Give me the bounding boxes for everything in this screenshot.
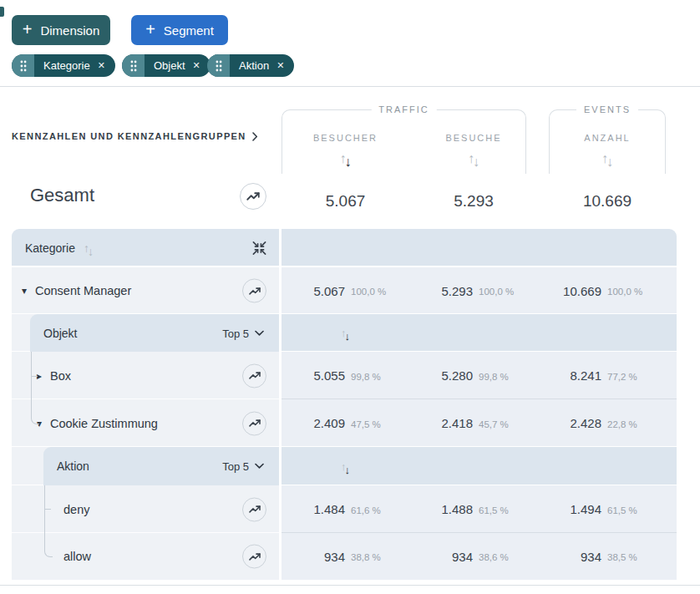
cell-share: 38,6 %	[479, 552, 509, 562]
row-trend-chart-button[interactable]	[242, 411, 266, 435]
edge-chip	[0, 7, 4, 17]
sort-anzahl[interactable]: ↑↓	[538, 152, 677, 165]
cell-share: 99,8 %	[351, 372, 381, 382]
top-n-select[interactable]: Top 5	[222, 327, 264, 339]
cell-value: 2.428	[538, 416, 601, 430]
row-label: Consent Manager	[35, 284, 131, 297]
bottom-divider	[0, 585, 700, 586]
collapse-all-button[interactable]	[251, 241, 267, 256]
trend-icon	[248, 550, 261, 563]
cell-share: 45,7 %	[479, 419, 509, 429]
cell-value: 1.494	[538, 502, 601, 516]
row-allow-data: 93438,8 % 93438,6 % 93438,5 %	[282, 533, 677, 580]
dimension-sort[interactable]: ↑↓	[84, 242, 94, 254]
cell-value: 1.484	[282, 502, 345, 516]
top-n-label: Top 5	[222, 460, 249, 473]
trend-icon	[248, 417, 261, 430]
cell-value: 5.067	[282, 284, 345, 298]
chevron-down-icon	[255, 464, 264, 470]
cell-share: 22,8 %	[607, 419, 637, 429]
close-icon[interactable]: ✕	[276, 60, 294, 71]
row-trend-chart-button[interactable]	[242, 545, 266, 569]
chip-objekt[interactable]: Objekt ✕	[122, 54, 211, 77]
cell-value: 2.418	[409, 416, 473, 430]
collapse-icon	[251, 241, 267, 256]
subdimension-aktion-data: ↑↓	[282, 447, 677, 485]
subdimension-objekt-data: ↑↓	[282, 314, 677, 352]
cell-value: 1.488	[409, 502, 473, 516]
column-header-besuche: BESUCHE	[409, 133, 538, 143]
row-box[interactable]: ▸ Box	[12, 352, 279, 399]
total-anzahl: 10.669	[538, 192, 677, 211]
chip-label: Aktion	[230, 59, 276, 72]
sort-besucher[interactable]: ↑↓	[282, 152, 409, 165]
row-label: allow	[63, 550, 91, 563]
row-label: deny	[63, 503, 89, 516]
cell-share: 38,5 %	[607, 552, 637, 562]
sort-down-icon: ↓	[473, 155, 479, 169]
add-segment-button[interactable]: + Segment	[131, 15, 228, 45]
add-dimension-button[interactable]: + Dimension	[12, 15, 110, 45]
close-icon[interactable]: ✕	[98, 60, 115, 71]
cell-share: 61,5 %	[479, 505, 509, 515]
column-header-besucher: BESUCHER	[282, 133, 409, 143]
subdimension-sort[interactable]: ↑↓	[282, 314, 409, 352]
cell-share: 77,2 %	[607, 372, 637, 382]
row-trend-chart-button[interactable]	[242, 363, 266, 388]
cell-value: 934	[282, 550, 345, 564]
kennzahlen-breadcrumb[interactable]: KENNZAHLEN UND KENNZAHLENGRUPPEN	[12, 131, 258, 141]
sort-down-icon: ↓	[345, 331, 351, 342]
sort-down-icon: ↓	[606, 155, 613, 169]
subdimension-objekt-row: Objekt Top 5	[12, 314, 279, 352]
row-cookie-zustimmung-data: 2.40947,5 % 2.41845,7 % 2.42822,8 %	[282, 399, 677, 447]
drag-handle-icon[interactable]	[12, 54, 34, 77]
trend-icon	[248, 503, 261, 516]
cell-share: 61,5 %	[607, 505, 637, 515]
row-consent-manager-data: 5.067100,0 % 5.293100,0 % 10.669100,0 %	[282, 267, 677, 314]
tree-guide	[31, 352, 39, 424]
trend-icon	[248, 369, 261, 383]
row-deny-data: 1.48461,6 % 1.48861,5 % 1.49461,5 %	[282, 485, 677, 533]
sort-besuche[interactable]: ↑↓	[409, 152, 538, 165]
tree-guide	[45, 509, 51, 510]
chevron-down-icon	[255, 330, 264, 336]
drag-handle-icon[interactable]	[207, 54, 230, 77]
cell-share: 100,0 %	[479, 287, 514, 297]
chip-label: Kategorie	[34, 59, 98, 72]
add-dimension-label: Dimension	[40, 23, 99, 38]
row-consent-manager[interactable]: ▾ Consent Manager	[12, 267, 279, 314]
row-trend-chart-button[interactable]	[242, 497, 266, 521]
drag-handle-icon[interactable]	[122, 54, 145, 77]
top-n-label: Top 5	[222, 327, 249, 339]
top-n-select[interactable]: Top 5	[222, 460, 264, 473]
row-box-data: 5.05599,8 % 5.28099,8 % 8.24177,2 %	[282, 352, 677, 399]
table-dimension-header: Kategorie ↑↓	[12, 229, 279, 267]
analytics-report-page: + Dimension + Segment Kategorie ✕ Objekt…	[0, 0, 700, 594]
dimension-header-label: Kategorie	[25, 241, 75, 255]
plus-icon: +	[145, 21, 155, 38]
trend-icon	[246, 189, 261, 204]
sort-down-icon: ↓	[345, 465, 351, 475]
row-trend-chart-button[interactable]	[242, 279, 266, 303]
collapse-toggle-icon[interactable]: ▾	[22, 286, 27, 296]
cell-value: 10.669	[538, 284, 601, 298]
sort-down-icon: ↓	[345, 155, 352, 169]
cell-share: 61,6 %	[351, 505, 381, 515]
kennzahlen-label: KENNZAHLEN UND KENNZAHLENGRUPPEN	[12, 131, 246, 141]
chip-label: Objekt	[145, 59, 193, 72]
cell-value: 2.409	[282, 416, 345, 430]
cell-value: 5.055	[282, 368, 345, 383]
chip-kategorie[interactable]: Kategorie ✕	[12, 54, 115, 77]
table-dimension-header-spacer	[282, 229, 677, 267]
row-label: Cookie Zustimmung	[50, 417, 158, 430]
tree-guide	[44, 485, 53, 557]
chip-aktion[interactable]: Aktion ✕	[207, 54, 294, 77]
totals-trend-chart-button[interactable]	[240, 183, 266, 210]
cell-share: 100,0 %	[351, 287, 386, 297]
subdimension-aktion-row: Aktion Top 5	[12, 447, 279, 485]
subdimension-sort[interactable]: ↑↓	[282, 447, 409, 485]
cell-value: 934	[409, 550, 473, 564]
row-cookie-zustimmung[interactable]: ▾ Cookie Zustimmung	[12, 399, 279, 447]
subdimension-band: Objekt Top 5	[30, 314, 279, 352]
tree-guide	[32, 376, 38, 377]
